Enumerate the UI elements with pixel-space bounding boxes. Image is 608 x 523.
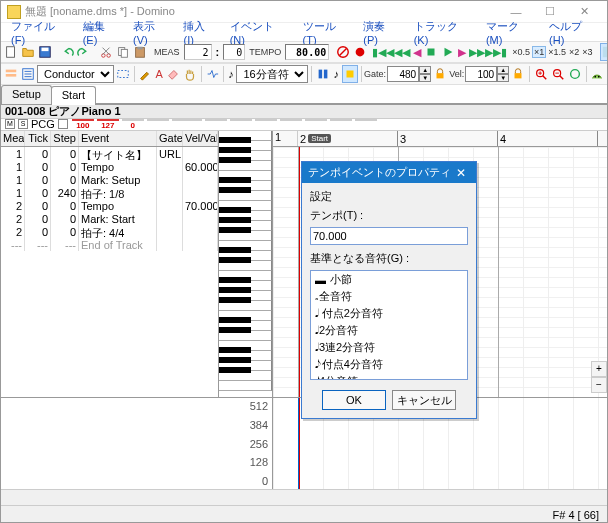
vel-lock-icon[interactable]: [510, 65, 526, 83]
listbox-item[interactable]: ▬小節: [311, 271, 467, 288]
dialog-titlebar[interactable]: テンポイベントのプロパティ ✕: [302, 162, 476, 183]
cancel-button[interactable]: キャンセル: [392, 390, 456, 410]
event-row[interactable]: 100【サイト名】URL: [1, 147, 218, 160]
gate-field[interactable]: ▲▼: [387, 66, 431, 82]
view-mode-a-icon[interactable]: [600, 43, 607, 61]
listbox-item[interactable]: 𝅘𝅥.付点2分音符: [311, 305, 467, 322]
listbox-item[interactable]: 𝅘𝅥2分音符: [311, 322, 467, 339]
meas-bar-field[interactable]: [184, 44, 212, 60]
svg-rect-22: [118, 71, 129, 78]
eventlist-tool-icon[interactable]: [20, 65, 36, 83]
svg-point-35: [570, 70, 579, 79]
menu-event[interactable]: イベント(N): [224, 17, 295, 48]
menu-help[interactable]: ヘルプ(H): [543, 17, 603, 48]
copy-icon[interactable]: [115, 43, 131, 61]
event-row[interactable]: 200Tempo70.000: [1, 199, 218, 212]
step-icon[interactable]: [342, 65, 358, 83]
vzoom-in-icon[interactable]: +: [591, 361, 607, 377]
meas-beat-field[interactable]: [223, 44, 245, 60]
track-select[interactable]: Conductor: [37, 65, 114, 83]
pcg-box[interactable]: [58, 119, 68, 129]
event-row[interactable]: 100Tempo60.000: [1, 160, 218, 173]
speed-x1[interactable]: ×1: [532, 46, 546, 58]
vel-field[interactable]: ▲▼: [465, 66, 509, 82]
midi-device-icon[interactable]: [589, 65, 605, 83]
svg-point-36: [594, 76, 596, 78]
svg-line-33: [559, 76, 563, 80]
dialog-close-icon[interactable]: ✕: [452, 166, 470, 180]
eraser-tool-icon[interactable]: [165, 65, 181, 83]
cut-icon[interactable]: [98, 43, 114, 61]
horizontal-scrollbar[interactable]: [1, 489, 607, 505]
event-row[interactable]: 200拍子: 4/4: [1, 225, 218, 238]
note-sound-icon[interactable]: ♪: [332, 65, 341, 83]
save-icon[interactable]: [37, 43, 53, 61]
speed-x05[interactable]: ×0.5: [511, 47, 531, 57]
piano-roll-ruler[interactable]: 1 2Start 3 4: [273, 131, 607, 147]
redo-icon[interactable]: [76, 43, 92, 61]
tab-start[interactable]: Start: [51, 86, 96, 105]
vzoom-out-icon[interactable]: −: [591, 377, 607, 393]
piano-keyboard[interactable]: [219, 131, 273, 397]
solo-button[interactable]: S: [18, 119, 28, 129]
undo-icon[interactable]: [59, 43, 75, 61]
record-icon[interactable]: [352, 43, 368, 61]
menu-insert[interactable]: 挿入(I): [177, 17, 221, 48]
toolbar-track: Conductor A ♪ 16分音符 ♪ Gate: ▲▼ Vel: ▲▼: [1, 63, 607, 85]
quantize-icon[interactable]: [315, 65, 331, 83]
speed-x2[interactable]: ×2: [568, 47, 580, 57]
listbox-item[interactable]: 𝅗全音符: [311, 288, 467, 305]
event-list: Mea Tick Step Event Gate Vel/Value 100【サ…: [1, 131, 219, 397]
zoom-in-icon[interactable]: [533, 65, 549, 83]
listbox-item[interactable]: 𝅘𝅥3連2分音符: [311, 339, 467, 356]
marker-start[interactable]: Start: [308, 134, 331, 143]
event-row[interactable]: 200Mark: Start: [1, 212, 218, 225]
step-back-icon[interactable]: ◀: [412, 43, 422, 61]
track-meters: M S PCG VOL100 VEL127 EXP0 PAN P.BEND MO…: [1, 119, 607, 131]
fastfwd-icon[interactable]: ▶▶: [468, 43, 486, 61]
speed-x3[interactable]: ×3: [581, 47, 593, 57]
pcg-label: PCG: [31, 119, 55, 130]
speed-x15[interactable]: ×1.5: [547, 47, 567, 57]
panic-icon[interactable]: [335, 43, 351, 61]
listbox-item[interactable]: 𝅘𝅥𝅮4分音符: [311, 373, 467, 380]
svg-rect-6: [121, 49, 127, 57]
open-file-icon[interactable]: [20, 43, 36, 61]
marker-tool-icon[interactable]: A: [154, 65, 163, 83]
tempo-input[interactable]: [310, 227, 468, 245]
gate-lock-icon[interactable]: [432, 65, 448, 83]
rewind-icon[interactable]: ◀◀: [393, 43, 411, 61]
fwd-end-icon[interactable]: ▶▶▮: [487, 43, 505, 61]
hand-tool-icon[interactable]: [182, 65, 198, 83]
svg-rect-23: [318, 70, 322, 79]
track-tool-icon[interactable]: [3, 65, 19, 83]
base-note-listbox[interactable]: ▬小節𝅗全音符𝅘𝅥.付点2分音符𝅘𝅥2分音符𝅘𝅥3連2分音符𝅘𝅥𝅮.付点4分音符…: [310, 270, 468, 380]
svg-rect-26: [437, 73, 444, 78]
event-row[interactable]: 10240拍子: 1/8: [1, 186, 218, 199]
pencil-tool-icon[interactable]: [137, 65, 153, 83]
ok-button[interactable]: OK: [322, 390, 386, 410]
play-icon[interactable]: [440, 43, 456, 61]
stop-icon[interactable]: [423, 43, 439, 61]
note-dur-icon[interactable]: ♪: [227, 65, 236, 83]
new-file-icon[interactable]: [3, 43, 19, 61]
select-tool-icon[interactable]: [115, 65, 131, 83]
vel-label: Vel:: [449, 69, 464, 79]
event-row[interactable]: 100Mark: Setup: [1, 173, 218, 186]
zoom-out-icon[interactable]: [550, 65, 566, 83]
mute-button[interactable]: M: [5, 119, 15, 129]
tab-setup[interactable]: Setup: [1, 85, 52, 104]
step-fwd-icon[interactable]: ▶: [457, 43, 467, 61]
listbox-item[interactable]: 𝅘𝅥𝅮.付点4分音符: [311, 356, 467, 373]
zoom-fit-icon[interactable]: [567, 65, 583, 83]
note-length-select[interactable]: 16分音符: [236, 65, 308, 83]
svg-rect-2: [42, 48, 49, 52]
event-list-body[interactable]: 100【サイト名】URL100Tempo60.000100Mark: Setup…: [1, 147, 218, 397]
dialog-title: テンポイベントのプロパティ: [308, 165, 451, 180]
meas-label: MEAS: [154, 47, 180, 57]
paste-icon[interactable]: [132, 43, 148, 61]
snap-icon[interactable]: [204, 65, 220, 83]
rewind-start-icon[interactable]: ▮◀◀: [374, 43, 392, 61]
tempo-field[interactable]: [285, 44, 329, 60]
event-row[interactable]: ---------End of Track: [1, 238, 218, 251]
